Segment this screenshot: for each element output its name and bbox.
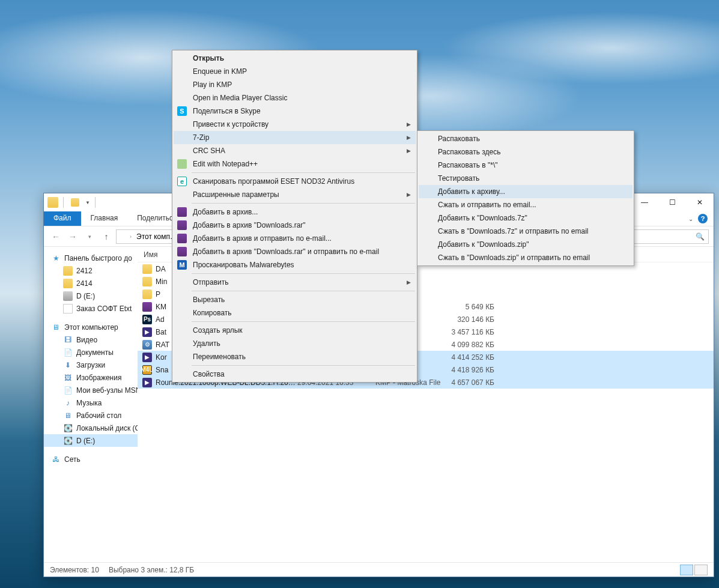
tree-item[interactable]: Заказ СОФТ Etxt	[44, 302, 138, 315]
menu-item[interactable]: 7-Zip▶	[174, 131, 416, 144]
menu-item-label: Привести к устройству	[193, 120, 268, 129]
menu-item-label: Сжать и отправить по email...	[438, 201, 536, 209]
menu-item-label: Enqueue in KMP	[193, 67, 247, 76]
tree-item-label: Музыка	[76, 399, 102, 407]
menu-item[interactable]: Добавить в архив "Downloads.rar"	[174, 219, 416, 232]
menu-item[interactable]: Добавить к "Downloads.zip"	[419, 238, 633, 251]
qat-button[interactable]	[68, 196, 82, 209]
menu-item[interactable]: Открыть	[174, 52, 416, 65]
menu-item[interactable]: Переименовать	[174, 350, 416, 363]
up-button[interactable]: ↑	[99, 229, 114, 244]
tree-item[interactable]: 📄Мои веб-узлы MSN	[44, 384, 138, 396]
menu-item[interactable]: Привести к устройству▶	[174, 118, 416, 131]
menu-item[interactable]: Enqueue in KMP	[174, 65, 416, 78]
menu-item[interactable]: Open in Media Player Classic	[174, 91, 416, 105]
nav-tree[interactable]: ★Панель быстрого до 24122414D (E:)Заказ …	[44, 247, 138, 562]
menu-item[interactable]: Свойства	[174, 368, 416, 381]
chevron-right-icon[interactable]: ›	[130, 234, 132, 240]
folder-icon	[63, 279, 73, 288]
chevron-down-icon[interactable]: ▼	[85, 200, 90, 205]
tree-item[interactable]: 💽Локальный диск (C	[44, 422, 138, 434]
tree-quick-access[interactable]: ★Панель быстрого до	[44, 252, 138, 264]
close-button[interactable]: ✕	[686, 193, 714, 211]
menu-item[interactable]: Добавить в архив "Downloads.rar" и отпра…	[174, 245, 416, 258]
menu-item-label: Распаковать	[438, 135, 480, 143]
rar-icon	[177, 247, 187, 256]
folder-icon	[63, 266, 73, 276]
menu-item-label: Распаковать в "*\"	[438, 161, 497, 169]
menu-item[interactable]: Play in KMP	[174, 78, 416, 91]
tree-item[interactable]: 2414	[44, 277, 138, 289]
help-icon[interactable]: ?	[698, 214, 708, 223]
menu-item-label: Добавить в архив "Downloads.rar" и отпра…	[193, 247, 379, 256]
menu-item-label: Поделиться в Skype	[193, 107, 261, 115]
context-menu[interactable]: ОткрытьEnqueue in KMPPlay in KMPOpen in …	[172, 50, 417, 383]
back-button[interactable]: ←	[49, 229, 63, 244]
tree-network[interactable]: 🖧Сеть	[44, 453, 138, 465]
file-size: 5 649 КБ	[447, 303, 502, 311]
menu-item[interactable]: Распаковать в "*\"	[419, 159, 633, 172]
menu-item[interactable]: Отправить▶	[174, 276, 416, 289]
menu-item-label: Открыть	[193, 54, 224, 62]
menu-item[interactable]: Вырезать	[174, 293, 416, 306]
tree-item[interactable]: 🎞Видео	[44, 333, 138, 346]
ribbon-expand-icon[interactable]: ⌄	[688, 216, 693, 222]
menu-item[interactable]: MПросканировать Malwarebytes	[174, 258, 416, 271]
menu-item-label: Play in KMP	[193, 80, 232, 89]
tree-item[interactable]: ♪Музыка	[44, 396, 138, 409]
menu-item[interactable]: Edit with Notepad++	[174, 157, 416, 171]
menu-item[interactable]: Сжать в "Downloads.7z" и отправить по em…	[419, 225, 633, 238]
tree-item[interactable]: 2412	[44, 264, 138, 277]
menu-item[interactable]: Тестировать	[419, 172, 633, 185]
txt-icon	[63, 304, 73, 314]
status-count: Элементов: 10	[50, 566, 99, 574]
menu-item[interactable]: Добавить к архиву...	[419, 185, 633, 198]
menu-item[interactable]: Копировать	[174, 306, 416, 320]
menu-item-label: Edit with Notepad++	[193, 160, 258, 168]
mwb-icon: M	[177, 260, 187, 270]
menu-item-label: Переименовать	[193, 353, 246, 361]
menu-item[interactable]: SПоделиться в Skype	[174, 105, 416, 118]
menu-item[interactable]: Удалить	[174, 337, 416, 350]
menu-item[interactable]: Сжать в "Downloads.zip" и отправить по e…	[419, 251, 633, 264]
tree-item[interactable]: 💽D (E:)	[44, 434, 138, 447]
recent-dropdown[interactable]: ▾	[82, 229, 97, 244]
maximize-button[interactable]: ☐	[658, 193, 686, 211]
menu-item[interactable]: Сжать и отправить по email...	[419, 198, 633, 211]
tree-item[interactable]: ⬇Загрузки	[44, 359, 138, 371]
context-submenu-7zip[interactable]: РаспаковатьРаспаковать здесьРаспаковать …	[417, 130, 634, 266]
menu-item-label: Отправить	[193, 278, 229, 286]
menu-item[interactable]: eСканировать программой ESET NOD32 Antiv…	[174, 175, 416, 188]
menu-item[interactable]: Добавить в архив...	[174, 205, 416, 219]
menu-item-label: Расширенные параметры	[193, 190, 279, 199]
menu-item-label: Удалить	[193, 339, 220, 348]
vid-icon: ▶	[142, 327, 152, 337]
rar-icon	[177, 234, 187, 243]
menu-item[interactable]: Распаковать	[419, 132, 633, 145]
item-icon: 📄	[63, 386, 73, 395]
tree-item[interactable]: 🖥Рабочий стол	[44, 409, 138, 422]
menu-item[interactable]: Создать ярлык	[174, 324, 416, 337]
view-details-button[interactable]	[680, 565, 693, 575]
tree-this-pc[interactable]: 🖥Этот компьютер	[44, 321, 138, 333]
forward-button[interactable]: →	[65, 229, 80, 244]
menu-item[interactable]: CRC SHA▶	[174, 144, 416, 157]
search-icon[interactable]: 🔍	[696, 232, 705, 241]
menu-item[interactable]: Добавить в архив и отправить по e-mail..…	[174, 232, 416, 245]
tree-item[interactable]: D (E:)	[44, 289, 138, 302]
file-size: 3 457 116 КБ	[447, 328, 502, 336]
menu-item[interactable]: Добавить к "Downloads.7z"	[419, 211, 633, 225]
minimize-button[interactable]: —	[631, 193, 658, 211]
tree-item[interactable]: 🖼Изображения	[44, 371, 138, 384]
view-icons-button[interactable]	[694, 565, 708, 575]
menu-item-label: Добавить к архиву...	[438, 187, 505, 196]
menu-item[interactable]: Распаковать здесь	[419, 145, 633, 159]
tree-item[interactable]: 📄Документы	[44, 346, 138, 359]
menu-item[interactable]: Расширенные параметры▶	[174, 188, 416, 201]
tab-file[interactable]: Файл	[44, 211, 81, 226]
file-size: 4 099 882 КБ	[447, 341, 502, 349]
skype-icon: S	[177, 106, 187, 116]
folder-icon	[142, 264, 152, 274]
tab-home[interactable]: Главная	[81, 211, 128, 226]
item-icon: 💽	[63, 436, 73, 446]
